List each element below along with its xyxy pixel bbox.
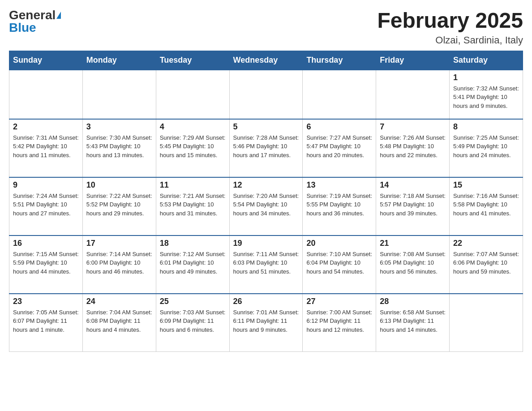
weekday-header-friday: Friday	[376, 51, 450, 70]
day-number: 3	[86, 122, 152, 132]
day-number: 5	[233, 122, 299, 132]
calendar-week-row: 1Sunrise: 7:32 AM Sunset: 5:41 PM Daylig…	[9, 70, 523, 119]
calendar-cell: 21Sunrise: 7:08 AM Sunset: 6:05 PM Dayli…	[376, 235, 450, 294]
day-info-text: Sunrise: 7:32 AM Sunset: 5:41 PM Dayligh…	[453, 84, 519, 111]
day-number: 19	[233, 239, 299, 248]
calendar-cell: 5Sunrise: 7:28 AM Sunset: 5:46 PM Daylig…	[229, 119, 303, 177]
weekday-header-sunday: Sunday	[9, 51, 83, 70]
day-info-text: Sunrise: 7:12 AM Sunset: 6:01 PM Dayligh…	[160, 250, 226, 276]
calendar-cell: 13Sunrise: 7:19 AM Sunset: 5:55 PM Dayli…	[303, 177, 376, 235]
calendar-cell	[156, 70, 229, 119]
day-info-text: Sunrise: 7:03 AM Sunset: 6:09 PM Dayligh…	[160, 308, 226, 334]
logo-general-text: General	[9, 9, 56, 21]
calendar-cell: 11Sunrise: 7:21 AM Sunset: 5:53 PM Dayli…	[156, 177, 229, 235]
day-info-text: Sunrise: 7:20 AM Sunset: 5:54 PM Dayligh…	[233, 192, 299, 218]
day-info-text: Sunrise: 7:26 AM Sunset: 5:48 PM Dayligh…	[380, 133, 446, 160]
calendar-cell: 1Sunrise: 7:32 AM Sunset: 5:41 PM Daylig…	[450, 70, 523, 119]
weekday-header-monday: Monday	[82, 51, 156, 70]
title-block: February 2025 Olzai, Sardinia, Italy	[377, 9, 523, 46]
day-info-text: Sunrise: 7:18 AM Sunset: 5:57 PM Dayligh…	[380, 192, 446, 218]
calendar-cell	[376, 70, 450, 119]
day-info-text: Sunrise: 7:31 AM Sunset: 5:42 PM Dayligh…	[13, 133, 79, 160]
weekday-header-saturday: Saturday	[450, 51, 523, 70]
weekday-header-row: SundayMondayTuesdayWednesdayThursdayFrid…	[9, 51, 523, 70]
calendar-cell: 24Sunrise: 7:04 AM Sunset: 6:08 PM Dayli…	[82, 294, 156, 352]
calendar-cell: 23Sunrise: 7:05 AM Sunset: 6:07 PM Dayli…	[9, 294, 83, 352]
calendar-cell: 19Sunrise: 7:11 AM Sunset: 6:03 PM Dayli…	[229, 235, 303, 294]
day-number: 12	[233, 180, 299, 190]
calendar-cell: 7Sunrise: 7:26 AM Sunset: 5:48 PM Daylig…	[376, 119, 450, 177]
calendar-cell: 9Sunrise: 7:24 AM Sunset: 5:51 PM Daylig…	[9, 177, 83, 235]
calendar-cell	[229, 70, 303, 119]
calendar-table: SundayMondayTuesdayWednesdayThursdayFrid…	[9, 51, 523, 352]
day-info-text: Sunrise: 7:10 AM Sunset: 6:04 PM Dayligh…	[306, 250, 372, 276]
day-number: 23	[13, 297, 79, 306]
calendar-cell: 10Sunrise: 7:22 AM Sunset: 5:52 PM Dayli…	[82, 177, 156, 235]
day-number: 27	[306, 297, 372, 306]
calendar-cell: 26Sunrise: 7:01 AM Sunset: 6:11 PM Dayli…	[229, 294, 303, 352]
day-number: 22	[453, 239, 519, 248]
day-number: 24	[86, 297, 152, 306]
day-number: 16	[13, 239, 79, 248]
calendar-cell	[9, 70, 83, 119]
calendar-cell: 16Sunrise: 7:15 AM Sunset: 5:59 PM Dayli…	[9, 235, 83, 294]
day-info-text: Sunrise: 7:29 AM Sunset: 5:45 PM Dayligh…	[160, 133, 226, 160]
calendar-cell: 4Sunrise: 7:29 AM Sunset: 5:45 PM Daylig…	[156, 119, 229, 177]
calendar-week-row: 9Sunrise: 7:24 AM Sunset: 5:51 PM Daylig…	[9, 177, 523, 235]
day-number: 8	[453, 122, 519, 132]
day-number: 1	[453, 73, 519, 82]
calendar-cell: 20Sunrise: 7:10 AM Sunset: 6:04 PM Dayli…	[303, 235, 376, 294]
day-info-text: Sunrise: 7:04 AM Sunset: 6:08 PM Dayligh…	[86, 308, 152, 334]
day-number: 26	[233, 297, 299, 306]
weekday-header-thursday: Thursday	[303, 51, 376, 70]
day-number: 6	[306, 122, 372, 132]
calendar-week-row: 16Sunrise: 7:15 AM Sunset: 5:59 PM Dayli…	[9, 235, 523, 294]
day-info-text: Sunrise: 7:14 AM Sunset: 6:00 PM Dayligh…	[86, 250, 152, 276]
day-number: 11	[160, 180, 226, 190]
logo: General Blue	[9, 9, 61, 34]
weekday-header-wednesday: Wednesday	[229, 51, 303, 70]
logo-blue-text: Blue	[9, 21, 36, 34]
calendar-cell	[450, 294, 523, 352]
day-number: 4	[160, 122, 226, 132]
day-info-text: Sunrise: 7:25 AM Sunset: 5:49 PM Dayligh…	[453, 133, 519, 160]
day-number: 21	[380, 239, 446, 248]
location-subtitle: Olzai, Sardinia, Italy	[377, 34, 523, 46]
day-number: 18	[160, 239, 226, 248]
calendar-cell: 27Sunrise: 7:00 AM Sunset: 6:12 PM Dayli…	[303, 294, 376, 352]
day-info-text: Sunrise: 7:08 AM Sunset: 6:05 PM Dayligh…	[380, 250, 446, 276]
day-info-text: Sunrise: 7:05 AM Sunset: 6:07 PM Dayligh…	[13, 308, 79, 334]
day-number: 14	[380, 180, 446, 190]
calendar-cell: 8Sunrise: 7:25 AM Sunset: 5:49 PM Daylig…	[450, 119, 523, 177]
month-year-title: February 2025	[377, 9, 523, 33]
day-info-text: Sunrise: 7:01 AM Sunset: 6:11 PM Dayligh…	[233, 308, 299, 334]
day-number: 28	[380, 297, 446, 306]
calendar-cell: 3Sunrise: 7:30 AM Sunset: 5:43 PM Daylig…	[82, 119, 156, 177]
day-number: 15	[453, 180, 519, 190]
day-info-text: Sunrise: 7:30 AM Sunset: 5:43 PM Dayligh…	[86, 133, 152, 160]
day-info-text: Sunrise: 6:58 AM Sunset: 6:13 PM Dayligh…	[380, 308, 446, 334]
logo-triangle-icon	[56, 12, 61, 19]
calendar-cell: 22Sunrise: 7:07 AM Sunset: 6:06 PM Dayli…	[450, 235, 523, 294]
calendar-cell	[82, 70, 156, 119]
weekday-header-tuesday: Tuesday	[156, 51, 229, 70]
day-number: 13	[306, 180, 372, 190]
calendar-cell	[303, 70, 376, 119]
calendar-cell: 6Sunrise: 7:27 AM Sunset: 5:47 PM Daylig…	[303, 119, 376, 177]
calendar-cell: 17Sunrise: 7:14 AM Sunset: 6:00 PM Dayli…	[82, 235, 156, 294]
day-number: 10	[86, 180, 152, 190]
day-number: 2	[13, 122, 79, 132]
day-number: 20	[306, 239, 372, 248]
day-number: 25	[160, 297, 226, 306]
calendar-cell: 14Sunrise: 7:18 AM Sunset: 5:57 PM Dayli…	[376, 177, 450, 235]
day-info-text: Sunrise: 7:19 AM Sunset: 5:55 PM Dayligh…	[306, 192, 372, 218]
day-number: 9	[13, 180, 79, 190]
day-info-text: Sunrise: 7:24 AM Sunset: 5:51 PM Dayligh…	[13, 192, 79, 218]
day-info-text: Sunrise: 7:15 AM Sunset: 5:59 PM Dayligh…	[13, 250, 79, 276]
calendar-cell: 18Sunrise: 7:12 AM Sunset: 6:01 PM Dayli…	[156, 235, 229, 294]
page-header: General Blue February 2025 Olzai, Sardin…	[9, 9, 523, 46]
day-info-text: Sunrise: 7:07 AM Sunset: 6:06 PM Dayligh…	[453, 250, 519, 276]
calendar-cell: 2Sunrise: 7:31 AM Sunset: 5:42 PM Daylig…	[9, 119, 83, 177]
calendar-cell: 12Sunrise: 7:20 AM Sunset: 5:54 PM Dayli…	[229, 177, 303, 235]
calendar-cell: 15Sunrise: 7:16 AM Sunset: 5:58 PM Dayli…	[450, 177, 523, 235]
